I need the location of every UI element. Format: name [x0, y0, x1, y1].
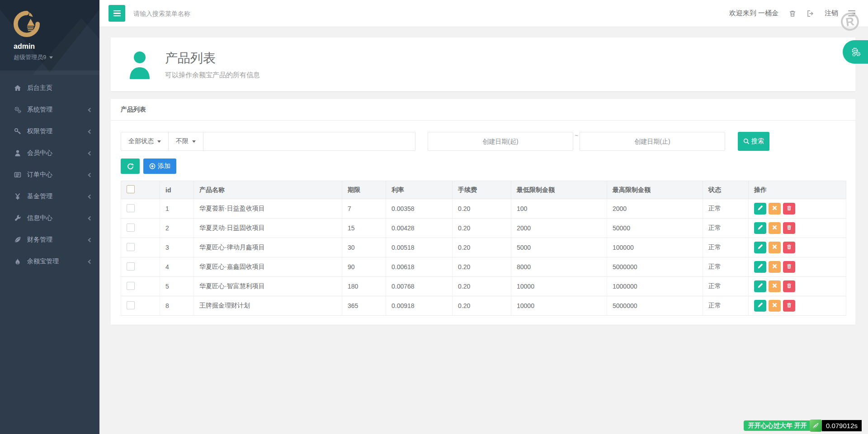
main-content: 产品列表 可以操作余额宝产品的所有信息 产品列表 全部状态 不限 — [99, 27, 868, 434]
chevron-left-icon — [88, 129, 93, 134]
filter-row: 全部状态 不限 ~ — [121, 132, 845, 151]
table-header-row: id产品名称期限利率手续费最低限制金额最高限制金额状态操作 — [121, 181, 846, 199]
trash-button[interactable] — [783, 242, 795, 253]
trash-button[interactable] — [783, 222, 795, 234]
trash-button[interactable] — [783, 280, 795, 292]
edit-button[interactable] — [754, 203, 766, 215]
sidebar-item-基金管理[interactable]: 基金管理 — [0, 186, 99, 207]
profile-username: admin — [14, 42, 99, 51]
edit-button[interactable] — [754, 261, 766, 273]
cell-rate: 0.00428 — [386, 219, 453, 238]
table-row: 2华夏灵动·日益固收项目150.004280.20200050000正常 — [121, 219, 846, 238]
sidebar: admin 超级管理员9 后台主页 系统管理 权限管理 会员中心 订单中心 基金… — [0, 0, 99, 434]
menu-search-input[interactable] — [133, 10, 278, 17]
sidebar-item-系统管理[interactable]: 系统管理 — [0, 99, 99, 121]
cell-status: 正常 — [703, 257, 749, 277]
close-button[interactable] — [769, 300, 781, 312]
row-checkbox[interactable] — [127, 224, 135, 232]
keyword-input[interactable] — [203, 132, 415, 150]
trash-button[interactable] — [783, 203, 795, 215]
sidebar-item-会员中心[interactable]: 会员中心 — [0, 142, 99, 164]
cell-status: 正常 — [703, 277, 749, 296]
row-checkbox[interactable] — [127, 262, 135, 271]
logout-icon[interactable] — [807, 9, 815, 18]
column-header: 手续费 — [453, 181, 511, 199]
profile-role-dropdown[interactable]: 超级管理员9 — [14, 53, 99, 61]
close-button[interactable] — [769, 222, 781, 234]
row-checkbox[interactable] — [127, 243, 135, 251]
close-button[interactable] — [769, 203, 781, 215]
caret-down-icon — [157, 140, 161, 143]
close-icon — [772, 244, 778, 251]
sidebar-item-订单中心[interactable]: 订单中心 — [0, 164, 99, 186]
cell-max: 50000 — [607, 219, 703, 238]
sidebar-menu: 后台主页 系统管理 权限管理 会员中心 订单中心 基金管理 信息中心 财务管理 … — [0, 75, 99, 272]
row-checkbox[interactable] — [127, 282, 135, 290]
table-action-row: 添加 — [121, 159, 845, 174]
add-button[interactable]: 添加 — [143, 159, 176, 174]
close-icon — [772, 263, 778, 271]
cell-id: 3 — [160, 238, 194, 257]
row-checkbox[interactable] — [127, 301, 135, 309]
sidebar-item-信息中心[interactable]: 信息中心 — [0, 207, 99, 229]
settings-fab-button[interactable] — [843, 40, 868, 64]
close-button[interactable] — [769, 261, 781, 273]
edit-icon — [757, 263, 763, 271]
close-button[interactable] — [769, 242, 781, 253]
trash-icon — [786, 263, 792, 271]
edit-button[interactable] — [754, 280, 766, 292]
welcome-text: 欢迎来到 一桶金 — [729, 9, 778, 18]
limit-dropdown[interactable]: 不限 — [169, 132, 203, 150]
cell-actions — [749, 199, 846, 219]
select-all-checkbox[interactable] — [127, 185, 135, 193]
cell-min: 100 — [511, 199, 607, 219]
product-list-panel: 产品列表 全部状态 不限 ~ — [111, 99, 855, 325]
sidebar-item-后台主页[interactable]: 后台主页 — [0, 77, 99, 99]
cell-name: 王牌掘金理财计划 — [194, 296, 342, 316]
edit-icon — [757, 244, 763, 251]
table-row: 1华夏荟新·日益盈收项目70.003580.201002000正常 — [121, 199, 846, 219]
date-end-input[interactable] — [580, 132, 725, 151]
chevron-left-icon — [88, 151, 93, 155]
cell-min: 2000 — [511, 219, 607, 238]
status-dropdown[interactable]: 全部状态 — [121, 132, 169, 150]
cell-actions — [749, 219, 846, 238]
cogs-icon — [14, 106, 21, 114]
cell-fee: 0.20 — [453, 277, 511, 296]
trash-icon[interactable] — [788, 9, 797, 18]
row-checkbox[interactable] — [127, 204, 135, 212]
leaf-icon — [14, 236, 21, 244]
edit-button[interactable] — [754, 222, 766, 234]
trash-button[interactable] — [783, 261, 795, 273]
date-separator: ~ — [573, 132, 580, 139]
sidebar-item-余额宝管理[interactable]: 余额宝管理 — [0, 251, 99, 272]
chevron-left-icon — [88, 216, 93, 220]
search-button[interactable]: 搜索 — [738, 132, 769, 151]
edit-button[interactable] — [754, 242, 766, 253]
cell-name: 华夏匠心·智富慧利项目 — [194, 277, 342, 296]
close-button[interactable] — [769, 280, 781, 292]
search-input-group: 全部状态 不限 — [121, 132, 415, 151]
cell-min: 8000 — [511, 257, 607, 277]
table-row: 5华夏匠心·智富慧利项目1800.007680.20100001000000正常 — [121, 277, 846, 296]
sidebar-item-财务管理[interactable]: 财务管理 — [0, 229, 99, 251]
date-start-input[interactable] — [428, 132, 573, 151]
edit-button[interactable] — [754, 300, 766, 312]
sidebar-item-权限管理[interactable]: 权限管理 — [0, 121, 99, 142]
cell-term: 365 — [342, 296, 386, 316]
cell-term: 30 — [342, 238, 386, 257]
edit-icon — [757, 205, 763, 212]
caret-down-icon — [49, 56, 53, 59]
cell-id: 4 — [160, 257, 194, 277]
products-table: id产品名称期限利率手续费最低限制金额最高限制金额状态操作 1华夏荟新·日益盈收… — [121, 181, 846, 316]
sidebar-toggle-button[interactable] — [108, 5, 125, 22]
key-icon — [14, 128, 21, 135]
logout-link[interactable]: 注销 — [825, 9, 838, 18]
trash-button[interactable] — [783, 300, 795, 312]
cell-term: 7 — [342, 199, 386, 219]
cell-max: 5000000 — [607, 257, 703, 277]
refresh-button[interactable] — [121, 159, 140, 174]
cell-status: 正常 — [703, 199, 749, 219]
cell-rate: 0.00918 — [386, 296, 453, 316]
home-icon — [14, 84, 21, 92]
